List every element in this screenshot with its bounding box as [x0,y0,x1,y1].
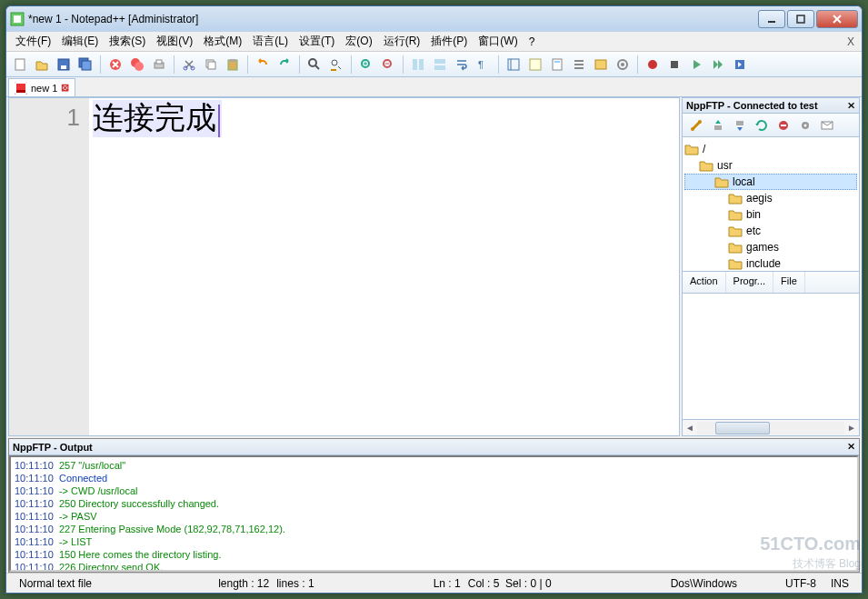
open-file-icon[interactable] [32,55,52,75]
scroll-right-icon[interactable]: ► [844,422,859,434]
menu-language[interactable]: 语言(L) [247,32,294,51]
svg-point-13 [135,62,144,71]
sync-v-icon[interactable] [408,55,428,75]
tree-node-aegis[interactable]: aegis [684,190,857,206]
disconnect-icon[interactable] [688,117,704,134]
menu-edit[interactable]: 编辑(E) [56,32,104,51]
horizontal-scrollbar[interactable]: ◄ ► [682,420,860,436]
menu-file[interactable]: 文件(F) [10,32,56,51]
paste-icon[interactable] [223,55,243,75]
menu-search[interactable]: 搜索(S) [104,32,151,51]
tree-node-include[interactable]: include [684,255,857,272]
maximize-button[interactable] [787,10,814,28]
folder-panel-icon[interactable] [591,55,611,75]
close-all-icon[interactable] [127,55,147,75]
zoom-in-icon[interactable] [356,55,376,75]
col-action[interactable]: Action [683,272,726,293]
menu-format[interactable]: 格式(M) [198,32,247,51]
menu-macro[interactable]: 宏(O) [340,32,377,51]
print-icon[interactable] [149,55,169,75]
tree-node-games[interactable]: games [684,239,857,255]
menu-plugins[interactable]: 插件(P) [425,32,473,51]
remote-tree[interactable]: /usrlocalaegisbinetcgamesincludeliblib64… [682,137,860,272]
new-file-icon[interactable] [10,55,30,75]
close-file-icon[interactable] [105,55,125,75]
scroll-thumb[interactable] [715,422,770,434]
tree-node-local[interactable]: local [684,174,857,190]
menu-help[interactable]: ? [524,34,541,50]
folder-icon [728,257,743,270]
indent-guide-icon[interactable] [504,55,524,75]
undo-icon[interactable] [253,55,273,75]
minimize-button[interactable] [758,10,785,28]
play-multi-icon[interactable] [708,55,728,75]
wrap-icon[interactable] [452,55,472,75]
func-list-icon[interactable] [569,55,589,75]
save-all-icon[interactable] [75,55,95,75]
sync-h-icon[interactable] [430,55,450,75]
editor[interactable]: 1 连接完成 [8,97,680,436]
record-macro-icon[interactable] [643,55,663,75]
close-button[interactable] [816,10,858,28]
svg-point-43 [691,127,694,131]
copy-icon[interactable] [201,55,221,75]
folder-icon [728,208,743,221]
tree-node-bin[interactable]: bin [684,206,857,223]
nppftp-close-icon[interactable]: ⨯ [847,100,855,112]
tab-new1[interactable]: new 1 ⊠ [8,78,75,96]
folder-icon [684,143,699,155]
messages-icon[interactable] [819,117,835,134]
menu-run[interactable]: 运行(R) [378,32,426,51]
svg-point-39 [621,63,624,66]
download-icon[interactable] [732,117,748,134]
refresh-icon[interactable] [753,117,770,134]
tab-close-icon[interactable]: ⊠ [61,82,69,94]
doc-map-icon[interactable] [547,55,567,75]
tree-node-usr[interactable]: usr [684,157,857,174]
udl-icon[interactable] [525,55,545,75]
folder-icon [728,192,743,205]
output-log[interactable]: 10:11:10 257 "/usr/local"10:11:10 Connec… [9,455,859,572]
replace-icon[interactable] [326,55,346,75]
title-bar[interactable]: *new 1 - Notepad++ [Administrator] [6,6,862,32]
svg-text:¶: ¶ [478,59,484,70]
stop-macro-icon[interactable] [664,55,684,75]
unsaved-indicator-icon [15,82,27,95]
output-titlebar[interactable]: NppFTP - Output ⨯ [9,439,859,455]
upload-icon[interactable] [710,117,726,134]
nppftp-titlebar[interactable]: NppFTP - Connected to test ⨯ [682,97,860,114]
abort-icon[interactable] [775,117,792,134]
scroll-track[interactable] [697,422,844,434]
menu-view[interactable]: 视图(V) [151,32,198,51]
log-line: 10:11:10 -> PASV [15,510,853,523]
tree-node-etc[interactable]: etc [684,223,857,239]
edit-column[interactable]: 连接完成 [89,98,679,435]
svg-rect-10 [82,61,91,70]
col-file[interactable]: File [773,272,805,293]
show-all-chars-icon[interactable]: ¶ [474,55,494,75]
svg-rect-1 [14,15,21,23]
svg-point-44 [698,120,702,124]
queue-list[interactable] [682,294,860,421]
redo-icon[interactable] [274,55,294,75]
find-icon[interactable] [304,55,324,75]
status-enc: UTF-8 [778,577,823,590]
scroll-left-icon[interactable]: ◄ [683,422,697,434]
menu-settings[interactable]: 设置(T) [294,32,340,51]
tree-node-root[interactable]: / [684,141,857,157]
col-progress[interactable]: Progr... [726,272,773,293]
play-macro-icon[interactable] [686,55,706,75]
save-macro-icon[interactable] [730,55,750,75]
svg-rect-37 [595,60,606,69]
monitor-icon[interactable] [613,55,633,75]
tree-label: / [703,143,705,155]
cut-icon[interactable] [179,55,199,75]
app-window: *new 1 - Notepad++ [Administrator] 文件(F)… [5,5,863,594]
menubar-close-icon[interactable]: X [842,34,858,50]
settings-icon[interactable] [797,117,813,134]
output-close-icon[interactable]: ⨯ [847,441,855,453]
editor-text[interactable]: 连接完成 [93,100,222,137]
save-icon[interactable] [54,55,74,75]
menu-window[interactable]: 窗口(W) [473,32,523,51]
zoom-out-icon[interactable] [378,55,398,75]
